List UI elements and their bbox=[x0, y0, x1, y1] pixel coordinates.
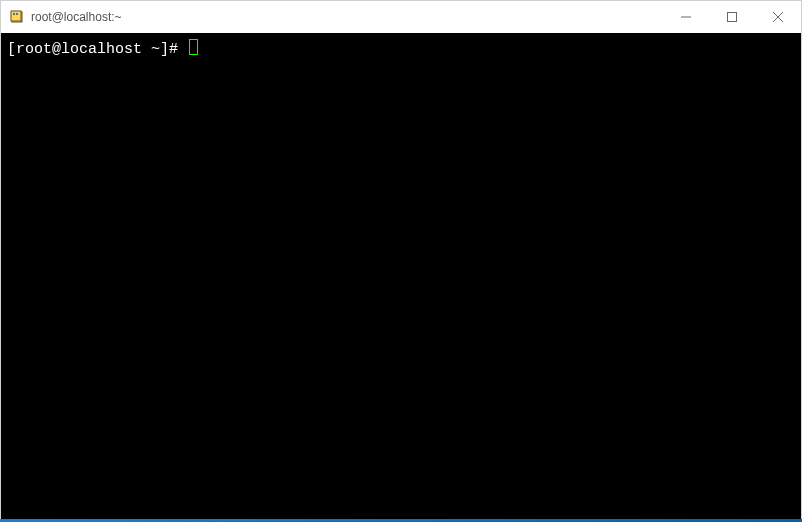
terminal-area[interactable]: [root@localhost ~]# bbox=[1, 33, 801, 521]
terminal-window: root@localhost:~ [root@localhost ~]# bbox=[0, 0, 802, 522]
window-title: root@localhost:~ bbox=[31, 10, 663, 24]
svg-rect-2 bbox=[13, 13, 15, 15]
shell-prompt: [root@localhost ~]# bbox=[7, 41, 187, 59]
maximize-button[interactable] bbox=[709, 1, 755, 33]
minimize-button[interactable] bbox=[663, 1, 709, 33]
titlebar[interactable]: root@localhost:~ bbox=[1, 1, 801, 33]
svg-rect-5 bbox=[728, 13, 737, 22]
app-icon bbox=[9, 9, 25, 25]
close-button[interactable] bbox=[755, 1, 801, 33]
cursor-icon bbox=[189, 39, 198, 55]
svg-rect-1 bbox=[11, 11, 21, 21]
window-controls bbox=[663, 1, 801, 33]
prompt-line: [root@localhost ~]# bbox=[7, 37, 795, 59]
svg-rect-3 bbox=[16, 13, 18, 15]
